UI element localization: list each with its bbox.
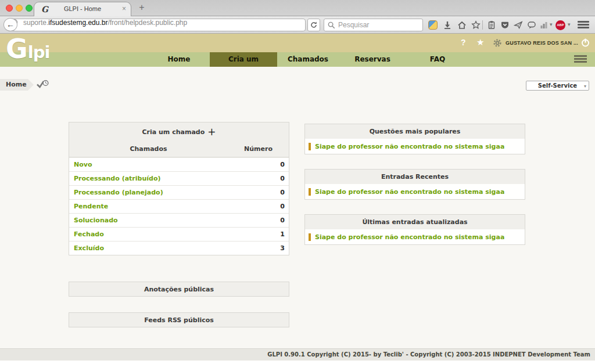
bookmark-icon[interactable]: ★ [476,37,484,48]
nav-item-chamados[interactable]: Chamados [285,52,331,67]
table-row: Fechado1 [69,227,289,241]
browser-toolbar: ← suporte.ifsudestemg.edu.br/front/helpd… [0,16,595,34]
public-rss-feeds-panel: Feeds RSS públicos [69,312,289,327]
help-icon[interactable]: ? [461,38,466,47]
ticket-count: 0 [228,203,289,210]
ticket-status-link[interactable]: Novo [69,161,228,168]
nav-item-reservas[interactable]: Reservas [349,52,396,67]
ticket-count: 0 [228,189,289,196]
list-item: Siape do professor não encontrado no sis… [305,229,525,244]
reload-button[interactable] [307,19,320,31]
ticket-status-link[interactable]: Excluído [69,244,228,252]
breadcrumb-home[interactable]: Home [0,79,34,91]
table-row: Processando (atribuído)0 [69,171,289,185]
glpi-header: ? ★ GUSTAVO REIS DOS SAN ... Home Cria u… [0,34,595,67]
home-icon[interactable] [457,20,467,30]
share-plane-icon[interactable] [514,20,523,30]
search-icon [327,21,336,30]
panel-title: Últimas entradas atualizadas [305,215,525,229]
ticket-status-link[interactable]: Fechado [69,230,228,238]
addon-stats-caret-icon[interactable]: ▾ [550,21,553,27]
faq-marker-icon [309,188,311,196]
bookmark-star-icon[interactable] [471,20,481,30]
ticket-count: 0 [228,161,289,168]
panel-title: Entradas Recentes [305,170,525,184]
column-numero: Número [228,145,289,153]
footer-bottom-strip [0,361,595,364]
adblock-caret-icon[interactable]: ▾ [568,21,571,27]
faq-entry-link[interactable]: Siape do professor não encontrado no sis… [315,188,504,196]
ticket-count: 3 [228,244,289,252]
glpi-menu-hamburger-icon[interactable] [574,55,587,64]
faq-marker-icon [309,233,311,241]
nav-item-cria-um-chamado[interactable]: Cria um chamado [210,52,277,67]
profile-select-value: Self-Service [538,82,577,89]
last-updated-entries-panel: Últimas entradas atualizadas Siape do pr… [304,214,525,245]
glpi-nav-bar: Home Cria um chamado Chamados Reservas F… [0,52,595,67]
window-close-button[interactable] [6,5,13,12]
search-bar[interactable] [324,19,423,31]
popular-questions-panel: Questões mais populares Siape do profess… [304,124,525,154]
faq-entry-link[interactable]: Siape do professor não encontrado no sis… [315,143,504,150]
browser-window: G GLPI - Home × + ← suporte.ifsudestemg.… [0,0,595,364]
new-tab-button[interactable]: + [136,2,148,13]
downloads-icon[interactable] [443,20,452,30]
chevron-down-icon: ▾ [584,82,586,91]
tickets-panel-title: Cria um chamado+ [69,122,289,140]
menu-hamburger-icon[interactable] [578,21,589,30]
reading-list-icon[interactable] [487,20,496,30]
toolbar-separator [482,20,483,30]
recent-entries-panel: Entradas Recentes Siape do professor não… [304,169,525,200]
ticket-count: 0 [228,217,289,224]
tickets-column-headers: Chamados Número [69,140,289,157]
glpi-header-top-band: ? ★ GUSTAVO REIS DOS SAN ... [0,34,595,52]
tab-title: GLPI - Home [34,5,131,12]
nav-item-faq[interactable]: FAQ [418,52,457,67]
adblock-plus-icon[interactable]: ABP [555,20,565,30]
glpi-page: Home Self-Service ▾ Cria um chamado+ Cha… [0,67,595,348]
window-minimize-button[interactable] [16,5,23,12]
nav-item-home[interactable]: Home [157,52,201,67]
column-chamados: Chamados [69,145,228,153]
ticket-count: 0 [228,175,289,182]
addon-colorful-icon[interactable] [428,20,438,30]
ticket-status-link[interactable]: Processando (planejado) [69,189,228,196]
user-name[interactable]: GUSTAVO REIS DOS SAN ... [506,40,578,46]
url-domain: ifsudestemg.edu.br [48,19,107,27]
glpi-footer: GLPI 0.90.1 Copyright (C) 2015- by Tecli… [0,348,595,361]
hello-chat-icon[interactable] [527,20,536,30]
table-row: Processando (planejado)0 [69,185,289,199]
back-button[interactable]: ← [3,18,17,31]
glpi-logo[interactable]: Glpi [6,35,49,63]
faq-marker-icon [309,143,311,150]
window-titlebar: G GLPI - Home × + [0,0,595,16]
table-row: Excluído3 [69,241,289,255]
ticket-status-link[interactable]: Pendente [69,203,228,210]
addon-stats-icon[interactable] [539,20,549,30]
create-ticket-plus-icon[interactable]: + [207,126,216,138]
table-row: Solucionado0 [69,213,289,227]
ticket-status-link[interactable]: Processando (atribuído) [69,175,228,182]
table-row: Pendente0 [69,199,289,213]
list-item: Siape do professor não encontrado no sis… [305,139,525,154]
faq-entry-link[interactable]: Siape do professor não encontrado no sis… [315,233,504,241]
tab-close-icon[interactable]: × [122,5,126,13]
public-notes-panel: Anotações públicas [69,282,289,297]
settings-gear-icon[interactable] [493,38,502,50]
url-path: /front/helpdesk.public.php [107,19,187,27]
table-row: Novo0 [69,157,289,171]
pocket-icon[interactable] [500,20,510,30]
list-item: Siape do professor não encontrado no sis… [305,184,525,199]
ticket-count: 1 [228,230,289,238]
tickets-panel: Cria um chamado+ Chamados Número Novo0 P… [69,122,289,255]
check-clock-icon[interactable] [36,80,49,92]
search-input[interactable] [338,20,420,30]
browser-tab[interactable]: G GLPI - Home × [34,2,131,16]
url-subdomain: suporte. [23,19,48,27]
window-zoom-button[interactable] [26,5,33,12]
panel-title: Questões mais populares [305,124,525,139]
url-text[interactable]: suporte.ifsudestemg.edu.br/front/helpdes… [23,19,187,27]
logout-power-icon[interactable] [580,38,590,50]
profile-select[interactable]: Self-Service ▾ [526,81,589,91]
ticket-status-link[interactable]: Solucionado [69,217,228,224]
